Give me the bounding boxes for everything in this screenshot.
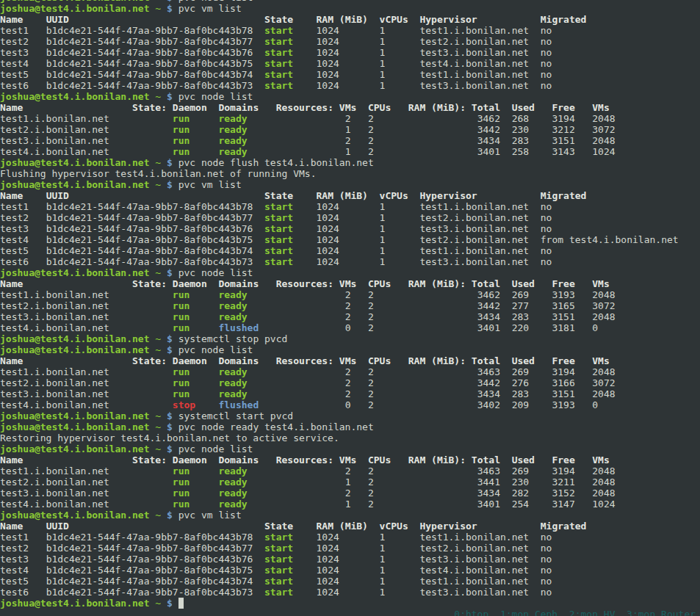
spacer [190, 388, 218, 399]
node-ram-free: 3194 [552, 465, 574, 477]
spacer [23, 278, 132, 289]
vm-name: test4 [0, 234, 29, 245]
node-name: test1.i.bonilan.net [0, 113, 109, 124]
spacer [173, 91, 178, 102]
spacer [109, 322, 173, 333]
spacer [293, 576, 316, 587]
node-cpus: 2 [368, 135, 374, 146]
spacer [408, 521, 420, 532]
vm-name: test6 [0, 80, 29, 91]
node-daemon-state: run [173, 124, 190, 135]
spacer [161, 598, 167, 609]
spacer [350, 399, 367, 410]
node-ram-free: 3166 [552, 377, 574, 388]
vm-name: test6 [0, 256, 29, 267]
spacer [500, 399, 512, 410]
spacer [109, 113, 173, 124]
vm-migrated: no [541, 58, 552, 69]
prompt-user-host: joshua@test4.i.bonilan.net [0, 598, 150, 609]
spacer [500, 278, 512, 289]
node-ram-total: 3442 [477, 377, 500, 388]
vm-ram: 1024 [317, 25, 339, 36]
spacer [109, 399, 173, 410]
prompt-path: ~ [155, 179, 161, 190]
node-ram-vms: 3072 [592, 124, 615, 135]
column-header: RAM (MiB) [317, 521, 368, 532]
spacer [500, 454, 512, 465]
spacer [368, 521, 380, 532]
node-ram-used: 277 [512, 300, 529, 311]
node-ram-vms: 2048 [592, 477, 615, 488]
node-ram-total: 3434 [477, 488, 500, 499]
spacer [529, 465, 552, 477]
spacer [575, 322, 592, 333]
column-header: Resources: VMs [276, 454, 357, 465]
spacer [339, 69, 380, 80]
command-text: systemctl start pvcd [178, 410, 294, 421]
column-header: State: Daemon [132, 454, 207, 465]
node-name: test1.i.bonilan.net [0, 289, 109, 300]
vm-hypervisor: test2.i.bonilan.net [419, 212, 529, 223]
vm-uuid: b1dc4e21-544f-47aa-9bb7-8af0bc443b73 [46, 256, 253, 267]
spacer [350, 488, 367, 499]
column-header: vCPUs [380, 190, 408, 201]
vm-migrated: no [541, 201, 552, 212]
spacer [161, 421, 167, 432]
prompt-symbol: $ [167, 3, 173, 14]
spacer [529, 565, 541, 576]
vm-ram: 1024 [317, 565, 339, 576]
column-header: Used [512, 355, 535, 366]
spacer [529, 47, 541, 58]
column-header: VMs [592, 102, 609, 113]
vm-migrated: no [541, 223, 552, 234]
spacer [173, 598, 178, 609]
spacer [109, 388, 173, 399]
spacer [293, 14, 316, 25]
prompt-line: joshua@test4.i.bonilan.net ~ $ pvc node … [0, 267, 700, 278]
vm-name: test4 [0, 58, 29, 69]
spacer [385, 565, 419, 576]
spacer [529, 223, 541, 234]
column-header: Free [552, 102, 574, 113]
node-daemon-state: run [173, 146, 190, 157]
spacer [207, 278, 219, 289]
node-name: test1.i.bonilan.net [0, 465, 109, 477]
spacer [253, 25, 264, 36]
spacer [293, 532, 316, 543]
prompt-user-host: joshua@test4.i.bonilan.net [0, 179, 150, 190]
spacer [374, 499, 477, 510]
spacer [500, 488, 512, 499]
vm-table-row: test2 b1dc4e21-544f-47aa-9bb7-8af0bc443b… [0, 543, 700, 554]
node-cpus: 2 [368, 366, 374, 377]
spacer [339, 245, 380, 256]
spacer [253, 256, 264, 267]
spacer [248, 135, 345, 146]
spacer [500, 300, 512, 311]
node-cpus: 2 [368, 124, 374, 135]
vm-ram: 1024 [317, 212, 339, 223]
spacer [293, 36, 316, 47]
command-text: systemctl stop pvcd [178, 333, 288, 344]
column-header: Name [0, 14, 23, 25]
node-name: test4.i.bonilan.net [0, 322, 109, 333]
spacer [350, 477, 367, 488]
vm-name: test1 [0, 201, 29, 212]
spacer [575, 311, 592, 322]
spacer [259, 278, 275, 289]
vm-state: start [264, 234, 293, 245]
vm-uuid: b1dc4e21-544f-47aa-9bb7-8af0bc443b75 [46, 234, 253, 245]
column-header: Free [552, 454, 574, 465]
vm-hypervisor: test3.i.bonilan.net [419, 256, 529, 267]
node-cpus: 2 [368, 289, 374, 300]
prompt-symbol: $ [167, 91, 173, 102]
spacer [109, 146, 173, 157]
node-cpus: 2 [368, 311, 374, 322]
node-table-row: test3.i.bonilan.net run ready 2 2 3434 2… [0, 488, 700, 499]
vm-name: test2 [0, 36, 29, 47]
node-cpus: 2 [368, 477, 374, 488]
terminal[interactable]: joshua@test4.i.bonilan.net ~ $ pvc node … [0, 0, 700, 616]
vm-name: test1 [0, 532, 29, 543]
vm-table-row: test1 b1dc4e21-544f-47aa-9bb7-8af0bc443b… [0, 532, 700, 543]
vm-ram: 1024 [317, 58, 339, 69]
column-header: State [264, 521, 293, 532]
